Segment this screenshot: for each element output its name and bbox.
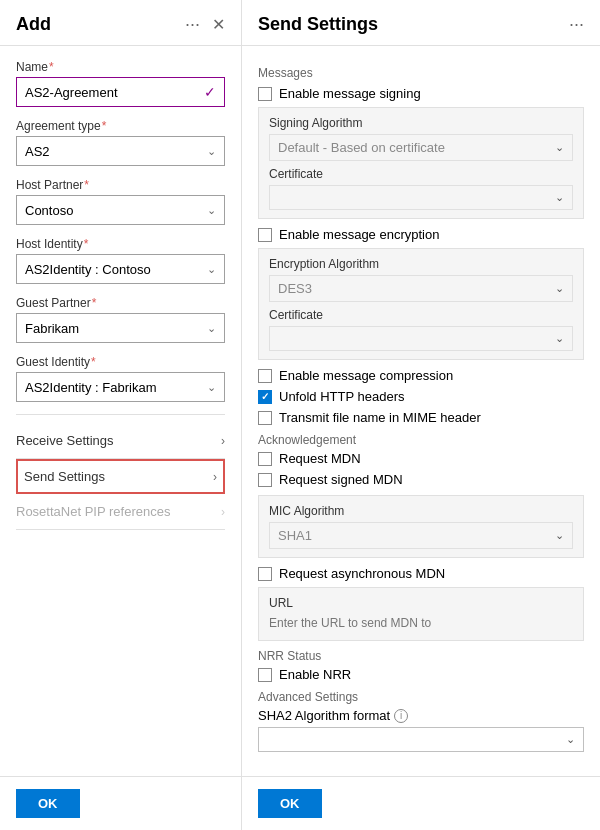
sha2-algorithm-dropdown[interactable]: ⌄	[258, 727, 584, 752]
unfold-http-checkbox[interactable]	[258, 390, 272, 404]
mic-algorithm-dropdown[interactable]: SHA1 ⌄	[269, 522, 573, 549]
mic-algorithm-label: MIC Algorithm	[269, 504, 573, 518]
url-input[interactable]	[269, 614, 573, 632]
agreement-type-chevron-icon: ⌄	[207, 145, 216, 158]
signing-certificate-dropdown[interactable]: ⌄	[269, 185, 573, 210]
guest-partner-label: Guest Partner*	[16, 296, 225, 310]
right-panel-footer: OK	[242, 776, 600, 830]
request-async-mdn-checkbox[interactable]	[258, 567, 272, 581]
name-check-icon: ✓	[204, 84, 216, 100]
enable-encryption-checkbox[interactable]	[258, 228, 272, 242]
url-section: URL	[258, 587, 584, 641]
request-async-mdn-label: Request asynchronous MDN	[279, 566, 445, 581]
request-signed-mdn-row: Request signed MDN	[258, 472, 584, 487]
request-mdn-label: Request MDN	[279, 451, 361, 466]
transmit-file-label: Transmit file name in MIME header	[279, 410, 481, 425]
host-partner-label: Host Partner*	[16, 178, 225, 192]
guest-identity-field-group: Guest Identity* AS2Identity : Fabrikam ⌄	[16, 355, 225, 402]
encryption-certificate-dropdown[interactable]: ⌄	[269, 326, 573, 351]
unfold-http-row: Unfold HTTP headers	[258, 389, 584, 404]
host-identity-label: Host Identity*	[16, 237, 225, 251]
encryption-algorithm-dropdown[interactable]: DES3 ⌄	[269, 275, 573, 302]
right-panel-title: Send Settings	[258, 14, 569, 35]
left-panel-header: Add ··· ✕	[0, 0, 241, 46]
signing-algorithm-section: Signing Algorithm Default - Based on cer…	[258, 107, 584, 219]
host-identity-dropdown[interactable]: AS2Identity : Contoso ⌄	[16, 254, 225, 284]
messages-section-label: Messages	[258, 66, 584, 80]
left-panel-more-button[interactable]: ···	[185, 14, 200, 35]
request-mdn-row: Request MDN	[258, 451, 584, 466]
guest-partner-chevron-icon: ⌄	[207, 322, 216, 335]
signing-cert-chevron-icon: ⌄	[555, 191, 564, 204]
enable-signing-label: Enable message signing	[279, 86, 421, 101]
right-panel-header: Send Settings ···	[242, 0, 600, 46]
sha2-algorithm-row: SHA2 Algorithm format i	[258, 708, 584, 723]
send-settings-nav-item[interactable]: Send Settings ›	[16, 459, 225, 494]
rosetta-net-nav-item[interactable]: RosettaNet PIP references ›	[16, 494, 225, 530]
encryption-algorithm-label: Encryption Algorithm	[269, 257, 573, 271]
request-mdn-checkbox[interactable]	[258, 452, 272, 466]
sha2-info-icon[interactable]: i	[394, 709, 408, 723]
agreement-type-label: Agreement type*	[16, 119, 225, 133]
url-label: URL	[269, 596, 573, 610]
rosetta-net-chevron-icon: ›	[221, 505, 225, 519]
right-ok-button[interactable]: OK	[258, 789, 322, 818]
left-panel-close-button[interactable]: ✕	[212, 15, 225, 34]
advanced-settings-section: Advanced Settings SHA2 Algorithm format …	[258, 690, 584, 752]
receive-settings-chevron-icon: ›	[221, 434, 225, 448]
left-panel-title: Add	[16, 14, 177, 35]
transmit-file-checkbox[interactable]	[258, 411, 272, 425]
transmit-file-row: Transmit file name in MIME header	[258, 410, 584, 425]
right-panel-more-button[interactable]: ···	[569, 14, 584, 35]
request-async-mdn-row: Request asynchronous MDN	[258, 566, 584, 581]
request-signed-mdn-checkbox[interactable]	[258, 473, 272, 487]
nrr-status-section: NRR Status Enable NRR	[258, 649, 584, 682]
host-identity-field-group: Host Identity* AS2Identity : Contoso ⌄	[16, 237, 225, 284]
mic-algorithm-chevron-icon: ⌄	[555, 529, 564, 542]
encryption-cert-chevron-icon: ⌄	[555, 332, 564, 345]
name-field-group: Name* AS2-Agreement ✓	[16, 60, 225, 107]
encryption-certificate-label: Certificate	[269, 308, 573, 322]
left-panel-content: Name* AS2-Agreement ✓ Agreement type* AS…	[0, 46, 241, 776]
advanced-settings-label: Advanced Settings	[258, 690, 584, 704]
send-settings-chevron-icon: ›	[213, 470, 217, 484]
left-ok-button[interactable]: OK	[16, 789, 80, 818]
acknowledgement-section: Acknowledgement Request MDN Request sign…	[258, 433, 584, 487]
nrr-status-label: NRR Status	[258, 649, 584, 663]
receive-settings-nav-item[interactable]: Receive Settings ›	[16, 423, 225, 459]
host-partner-chevron-icon: ⌄	[207, 204, 216, 217]
enable-signing-row: Enable message signing	[258, 86, 584, 101]
left-panel-footer: OK	[0, 776, 241, 830]
guest-partner-dropdown[interactable]: Fabrikam ⌄	[16, 313, 225, 343]
agreement-type-dropdown[interactable]: AS2 ⌄	[16, 136, 225, 166]
enable-encryption-row: Enable message encryption	[258, 227, 584, 242]
guest-partner-field-group: Guest Partner* Fabrikam ⌄	[16, 296, 225, 343]
signing-certificate-label: Certificate	[269, 167, 573, 181]
right-panel-content: Messages Enable message signing Signing …	[242, 46, 600, 776]
right-panel: Send Settings ··· Messages Enable messag…	[242, 0, 600, 830]
signing-algorithm-label: Signing Algorithm	[269, 116, 573, 130]
enable-nrr-checkbox[interactable]	[258, 668, 272, 682]
encryption-algorithm-section: Encryption Algorithm DES3 ⌄ Certificate …	[258, 248, 584, 360]
host-partner-field-group: Host Partner* Contoso ⌄	[16, 178, 225, 225]
signing-algorithm-dropdown[interactable]: Default - Based on certificate ⌄	[269, 134, 573, 161]
enable-compression-label: Enable message compression	[279, 368, 453, 383]
enable-signing-checkbox[interactable]	[258, 87, 272, 101]
enable-nrr-row: Enable NRR	[258, 667, 584, 682]
agreement-type-field-group: Agreement type* AS2 ⌄	[16, 119, 225, 166]
host-partner-dropdown[interactable]: Contoso ⌄	[16, 195, 225, 225]
name-input[interactable]: AS2-Agreement ✓	[16, 77, 225, 107]
enable-compression-checkbox[interactable]	[258, 369, 272, 383]
name-label: Name*	[16, 60, 225, 74]
sha2-algorithm-label: SHA2 Algorithm format	[258, 708, 390, 723]
enable-encryption-label: Enable message encryption	[279, 227, 439, 242]
guest-identity-dropdown[interactable]: AS2Identity : Fabrikam ⌄	[16, 372, 225, 402]
request-signed-mdn-label: Request signed MDN	[279, 472, 403, 487]
unfold-http-label: Unfold HTTP headers	[279, 389, 405, 404]
left-panel: Add ··· ✕ Name* AS2-Agreement ✓ Agreemen…	[0, 0, 242, 830]
enable-compression-row: Enable message compression	[258, 368, 584, 383]
guest-identity-chevron-icon: ⌄	[207, 381, 216, 394]
mic-algorithm-section: MIC Algorithm SHA1 ⌄	[258, 495, 584, 558]
sha2-chevron-icon: ⌄	[566, 733, 575, 746]
encryption-algorithm-chevron-icon: ⌄	[555, 282, 564, 295]
